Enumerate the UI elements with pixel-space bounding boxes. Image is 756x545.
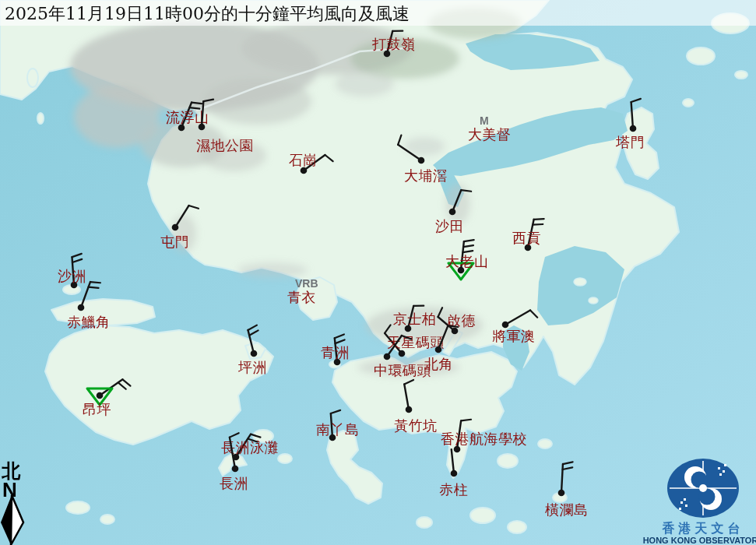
station-dot	[449, 209, 456, 216]
station-label: 赤柱	[439, 481, 468, 498]
station-label: 塔門	[615, 134, 645, 150]
map-title: 2025年11月19日11時00分的十分鐘平均風向及風速	[5, 4, 410, 23]
station-dot	[232, 466, 239, 473]
hko-logo-chinese: 香港天文台	[662, 521, 744, 536]
wind-barb-feather	[90, 282, 100, 283]
station-dot	[502, 322, 509, 329]
station-label: 香港航海學校	[441, 431, 527, 447]
station-label: 坪洲	[237, 359, 267, 375]
station-label: 大老山	[445, 253, 489, 269]
station-status-variable: VRB	[295, 277, 318, 290]
station-label: 黃竹坑	[394, 417, 438, 434]
station-dot	[199, 124, 206, 131]
station-label: 橫瀾島	[545, 501, 589, 518]
islet	[589, 297, 598, 304]
station-label: 屯門	[160, 234, 189, 250]
islet	[417, 517, 432, 528]
station-label: 長洲	[220, 475, 248, 491]
wind-map-screen: 打鼓嶺流浮山濕地公園石崗大埔滘M大美督塔門沙田西貢大老山屯門沙洲赤鱲角VRB青衣…	[0, 0, 756, 545]
islet	[470, 508, 495, 523]
wind-barb-feather	[533, 224, 543, 225]
station-dot	[406, 406, 413, 413]
station-label: 濕地公園	[196, 137, 254, 153]
station-label: 南丫島	[316, 421, 360, 438]
title-bar: 2025年11月19日11時00分的十分鐘平均風向及風速	[0, 0, 756, 26]
station-dot	[558, 490, 565, 497]
islet	[37, 113, 44, 124]
islet	[687, 47, 715, 65]
islet	[538, 439, 552, 448]
station-label: 沙洲	[58, 268, 86, 284]
station-label: 青洲	[321, 344, 350, 360]
station-label: 西貢	[512, 230, 541, 246]
station-dot	[97, 392, 104, 399]
station-label: 大美督	[468, 126, 512, 142]
station-dot	[384, 353, 391, 360]
station-dot	[399, 350, 406, 357]
station-label: 昂坪	[83, 401, 111, 417]
station-status-maintenance: M	[480, 114, 489, 127]
station-label: 京士柏	[393, 311, 437, 327]
station-dot	[451, 470, 458, 477]
islet	[508, 521, 526, 533]
station-label: 中環碼頭	[374, 362, 431, 378]
station-label: 青衣	[287, 289, 316, 305]
islet	[66, 501, 90, 514]
islet	[498, 454, 518, 468]
station-label: 將軍澳	[492, 328, 536, 344]
station-label: 大埔滘	[404, 167, 448, 184]
station-dot	[630, 125, 637, 132]
north-letter: N	[2, 478, 17, 501]
map: 打鼓嶺流浮山濕地公園石崗大埔滘M大美督塔門沙田西貢大老山屯門沙洲赤鱲角VRB青衣…	[0, 0, 756, 545]
station-label: 沙田	[435, 218, 464, 234]
station-label: 打鼓嶺	[372, 36, 416, 52]
wind-barb-feather	[534, 219, 544, 220]
station-label: 石崗	[289, 152, 318, 168]
islet	[27, 69, 38, 87]
islet	[100, 515, 114, 524]
wind-barb-feather	[89, 287, 99, 288]
islet	[574, 278, 586, 286]
islet	[683, 99, 694, 107]
islet	[735, 71, 747, 79]
station-dot	[435, 346, 442, 353]
station-dot	[78, 304, 85, 311]
station-dot	[251, 350, 258, 357]
station-dot	[172, 224, 179, 231]
station-label: 赤鱲角	[67, 314, 111, 330]
station-dot	[418, 157, 425, 164]
islet	[278, 454, 292, 463]
hko-logo-english: HONG KONG OBSERVATORY	[643, 536, 756, 545]
